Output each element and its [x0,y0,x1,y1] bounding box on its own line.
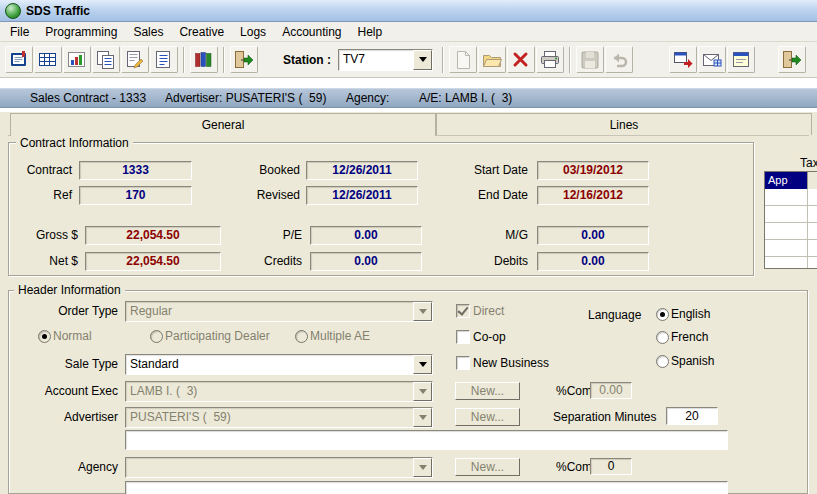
pe-field: 0.00 [310,226,422,245]
notes-button[interactable] [150,46,178,73]
revised-date-field: 12/26/2011 [306,186,418,205]
chart-button[interactable] [63,46,91,73]
pe-label: P/E [246,228,302,243]
chevron-down-icon [419,309,427,314]
mg-field: 0.00 [537,226,649,245]
orders-grid-button[interactable] [34,46,62,73]
new-button[interactable] [449,46,477,73]
menubar: File Programming Sales Creative Logs Acc… [0,22,817,42]
end-date-label: End Date [460,188,528,203]
tax-grid-row[interactable] [765,206,817,223]
sheets-icon [95,49,117,71]
advertiser-label: Advertiser [38,410,118,425]
tax-grid-row[interactable] [765,189,817,206]
ledger-button[interactable] [5,46,33,73]
ae-pcom-field[interactable]: 0.00 [590,382,632,399]
form-edit-button[interactable] [121,46,149,73]
form-pencil-icon [124,49,146,71]
menu-help[interactable]: Help [350,23,391,41]
export-button[interactable] [669,46,697,73]
tab-lines[interactable]: Lines [436,113,812,135]
window-icon [730,49,752,71]
advertiser-dropdown[interactable]: PUSATERI'S ( 59) [125,407,433,428]
separation-minutes-label: Separation Minutes [553,410,656,425]
tax-grid-header-applies[interactable]: App [765,172,807,189]
language-french-radio[interactable] [656,331,669,344]
new-advertiser-button[interactable]: New... [455,408,520,426]
language-english-radio[interactable] [656,308,669,321]
tax-grid[interactable]: App [764,171,817,269]
sale-type-dropdown-button[interactable] [413,355,432,374]
agency-dropdown-button[interactable] [413,458,432,477]
net-label: Net $ [14,254,78,269]
logoff-door-icon [233,49,255,71]
print-button[interactable] [536,46,564,73]
account-exec-dropdown-button[interactable] [413,382,432,401]
open-folder-icon [481,49,503,71]
participating-dealer-label: Participating Dealer [165,329,270,344]
menu-programming[interactable]: Programming [37,23,125,41]
order-type-dropdown[interactable]: Regular [125,301,433,322]
form-properties-button[interactable] [727,46,755,73]
ref-label: Ref [18,188,72,203]
separation-minutes-field[interactable]: 20 [666,407,718,425]
tax-grid-row[interactable] [765,223,817,240]
menu-creative[interactable]: Creative [171,23,232,41]
chart-icon [66,49,88,71]
sale-type-dropdown[interactable]: Standard [125,354,433,375]
direct-label: Direct [473,304,504,319]
toolbar-separator [223,47,225,73]
infobar-agency: Agency: [346,91,389,105]
normal-radio[interactable] [38,330,51,343]
agency-dropdown[interactable] [125,457,433,478]
new-business-checkbox[interactable] [456,356,470,370]
infobar-ae: A/E: LAMB I. ( 3) [419,91,512,105]
radio-dot-icon [42,334,47,339]
participating-dealer-radio[interactable] [150,330,163,343]
menu-logs[interactable]: Logs [232,23,274,41]
tax-label: Tax [800,156,817,171]
toolbar: Station : TV7 [0,42,817,78]
exit-application-button[interactable] [778,46,806,73]
help-books-button[interactable] [190,46,218,73]
tab-general[interactable]: General [10,113,436,136]
undo-button[interactable] [605,46,633,73]
copy-sheets-button[interactable] [92,46,120,73]
delete-button[interactable] [507,46,535,73]
language-spanish-radio[interactable] [656,355,669,368]
new-document-icon [452,49,474,71]
undo-arrow-icon [608,49,630,71]
check-icon [457,304,468,316]
direct-checkbox[interactable] [456,304,470,318]
advertiser-dropdown-button[interactable] [413,408,432,427]
net-field: 22,054.50 [85,252,221,271]
new-account-exec-button[interactable]: New... [455,382,520,400]
multiple-ae-radio[interactable] [295,330,308,343]
coop-checkbox[interactable] [456,330,470,344]
tax-grid-row[interactable] [765,240,817,257]
menu-sales[interactable]: Sales [125,23,171,41]
contract-number-field: 1333 [79,161,192,180]
tax-grid-header-2 [807,172,817,189]
agency-pcom-label: %Com [556,460,592,475]
agency-extra-field[interactable] [125,481,728,494]
logoff-button[interactable] [230,46,258,73]
account-exec-dropdown[interactable]: LAMB I. ( 3) [125,381,433,402]
menu-file[interactable]: File [2,23,37,41]
station-dropdown[interactable]: TV7 [338,49,433,71]
gross-field: 22,054.50 [85,226,221,245]
order-type-dropdown-button[interactable] [413,302,432,321]
station-dropdown-button[interactable] [413,50,432,70]
menu-accounting[interactable]: Accounting [274,23,349,41]
save-button[interactable] [576,46,604,73]
save-floppy-icon [579,49,601,71]
normal-label: Normal [53,329,92,344]
new-agency-button[interactable]: New... [455,458,520,476]
ledger-icon [8,49,30,71]
advertiser-extra-field[interactable] [125,430,728,450]
account-exec-value: LAMB I. ( 3) [130,384,413,398]
mail-merge-button[interactable] [698,46,726,73]
open-button[interactable] [478,46,506,73]
booked-label: Booked [238,163,300,178]
agency-pcom-field[interactable]: 0 [590,458,632,475]
